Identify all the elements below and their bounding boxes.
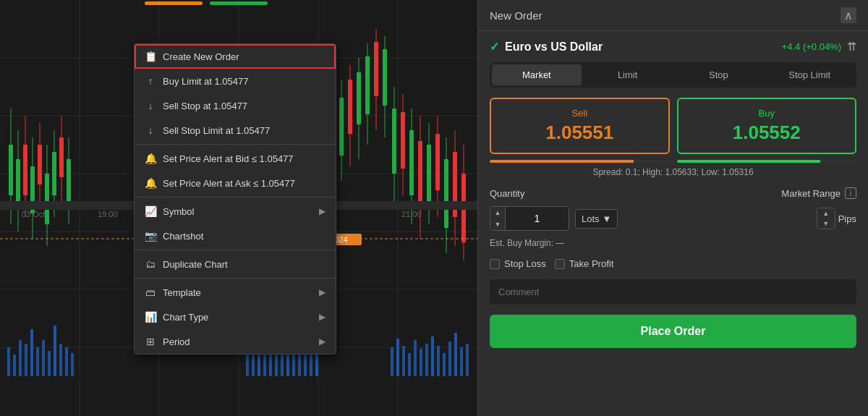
buy-button[interactable]: Buy 1.05552 [677,98,857,154]
quantity-value: 1 [506,210,569,227]
svg-rect-110 [409,130,414,195]
share-icon[interactable]: ⇈ [847,40,856,54]
buy-spread-bar [677,160,857,163]
market-range: Market Range i [781,187,856,199]
svg-rect-16 [19,340,22,376]
order-tabs: MarketLimitStopStop Limit [490,62,856,88]
quantity-input[interactable]: ▲ ▼ 1 [490,206,569,231]
sl-tp-row: Stop Loss Take Profit [490,258,856,269]
menu-item-period[interactable]: ⊞Period▶ [135,329,336,354]
order-panel: New Order ∧ ✓ Euro vs US Dollar +4.4 (+0… [477,0,868,416]
svg-rect-48 [443,353,446,376]
menu-divider-10 [135,250,336,250]
menu-item-label-sell-stop-limit: Sell Stop Limit at 1.05477 [163,125,270,136]
menu-item-icon-chartshot: 📷 [145,230,156,242]
menu-item-template[interactable]: 🗃Template▶ [135,280,336,305]
info-icon[interactable]: i [845,187,856,199]
svg-rect-64 [45,174,49,224]
svg-rect-41 [402,346,405,376]
quantity-spinners[interactable]: ▲ ▼ [490,207,506,230]
menu-item-chart-type[interactable]: 📊Chart Type▶ [135,305,336,329]
order-tab-stop-limit[interactable]: Stop Limit [765,64,854,85]
svg-rect-118 [444,159,448,228]
margin-row: Est. Buy Margin: — [490,238,856,248]
svg-rect-19 [36,347,39,376]
panel-header: New Order ∧ [478,0,868,31]
pips-label: Pips [838,213,856,224]
quantity-up-button[interactable]: ▲ [490,207,505,218]
menu-item-price-alert-bid[interactable]: 🔔Set Price Alert at Bid ≤ 1.05477 [135,146,336,171]
svg-rect-14 [7,347,10,376]
pips-input: ▲ ▼ Pips [817,208,856,229]
symbol-row: ✓ Euro vs US Dollar +4.4 (+0.04%) ⇈ [490,40,856,54]
order-tab-limit[interactable]: Limit [583,64,673,85]
svg-rect-12 [145,1,203,5]
pips-spinners[interactable]: ▲ ▼ [817,208,835,229]
chart-area: 03 Oct 19:00 11:00 21:00 2.024 📋Create N… [0,0,477,416]
panel-content: ✓ Euro vs US Dollar +4.4 (+0.04%) ⇈ Mark… [478,31,868,416]
svg-rect-102 [374,42,378,96]
comment-input[interactable] [490,279,856,305]
quantity-down-button[interactable]: ▼ [490,218,505,230]
svg-rect-17 [25,344,27,376]
svg-rect-100 [365,56,370,114]
market-range-label: Market Range [781,188,841,199]
quantity-label-row: Quantity Market Range i [490,187,856,199]
svg-rect-54 [9,145,13,195]
place-order-button[interactable]: Place Order [490,315,856,348]
svg-rect-43 [414,340,417,376]
svg-rect-20 [42,340,45,376]
svg-rect-24 [65,347,68,376]
menu-item-buy-limit[interactable]: ↑Buy Limit at 1.05477 [135,69,336,93]
svg-rect-36 [304,353,307,376]
menu-item-create-new-order[interactable]: 📋Create New Order [135,44,336,69]
pips-down-button[interactable]: ▼ [817,218,835,229]
quantity-label: Quantity [490,188,524,199]
menu-item-label-sell-stop: Sell Stop at 1.05477 [163,101,247,111]
menu-item-icon-period: ⊞ [145,336,156,347]
svg-rect-25 [71,353,74,376]
menu-item-icon-duplicate-chart: 🗂 [145,258,156,270]
take-profit-checkbox-box [555,259,565,269]
lots-chevron-icon: ▼ [603,213,612,224]
svg-rect-96 [348,80,352,134]
svg-rect-52 [466,344,469,376]
svg-rect-66 [52,152,56,195]
symbol-name: ✓ Euro vs US Dollar [490,40,603,54]
svg-rect-31 [275,355,278,376]
lots-dropdown[interactable]: Lots ▼ [575,209,618,229]
menu-item-sell-stop-limit[interactable]: ↓Sell Stop Limit at 1.05477 [135,118,336,143]
order-tab-stop[interactable]: Stop [674,64,764,85]
menu-divider-7 [135,197,336,198]
take-profit-checkbox[interactable]: Take Profit [555,258,613,269]
menu-item-sell-stop[interactable]: ↓Sell Stop at 1.05477 [135,93,336,118]
sell-button[interactable]: Sell 1.05551 [490,98,670,154]
menu-item-label-create-new-order: Create New Order [163,51,239,62]
svg-rect-114 [427,145,431,203]
price-buttons: Sell 1.05551 Buy 1.05552 [490,98,856,154]
buy-label: Buy [686,108,848,119]
menu-item-symbol[interactable]: 📈Symbol▶ [135,199,336,224]
menu-item-duplicate-chart[interactable]: 🗂Duplicate Chart [135,252,336,276]
panel-close-button[interactable]: ∧ [841,7,856,23]
menu-item-label-period: Period [163,336,190,347]
svg-rect-51 [460,347,463,376]
menu-item-icon-sell-stop-limit: ↓ [145,124,156,136]
pips-up-button[interactable]: ▲ [817,208,835,218]
sell-label: Sell [498,108,661,119]
svg-rect-47 [437,346,440,376]
menu-item-icon-chart-type: 📊 [145,311,156,323]
menu-item-icon-buy-limit: ↑ [145,75,156,87]
stop-loss-checkbox[interactable]: Stop Loss [490,258,546,269]
menu-item-label-chartshot: Chartshot [163,231,203,242]
margin-label: Est. Buy Margin: — [490,238,564,248]
menu-item-label-template: Template [163,287,201,298]
menu-item-price-alert-ask[interactable]: 🔔Set Price Alert at Ask ≤ 1.05477 [135,171,336,195]
svg-text:03 Oct: 03 Oct [22,210,45,218]
menu-item-icon-template: 🗃 [145,286,156,298]
svg-rect-21 [48,351,51,376]
svg-rect-108 [401,112,405,169]
lots-label: Lots [582,213,600,224]
menu-item-chartshot[interactable]: 📷Chartshot [135,224,336,248]
order-tab-market[interactable]: Market [492,64,582,85]
